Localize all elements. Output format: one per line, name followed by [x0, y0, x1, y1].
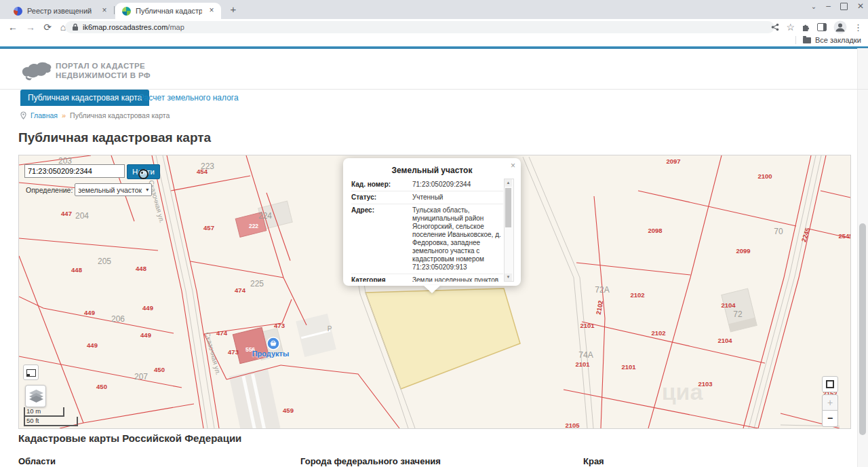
popup-row: Статус:Учтенный: [351, 191, 503, 204]
minimize-button[interactable]: –: [826, 1, 831, 11]
nav-tab-land-tax[interactable]: Расчет земельного налога: [139, 93, 239, 102]
popup-content: Кад. номер:71:23:050209:2344Статус:Учтен…: [351, 179, 514, 282]
map-label: 2105: [565, 422, 579, 429]
popup-row: Кад. номер:71:23:050209:2344: [351, 179, 503, 191]
all-bookmarks[interactable]: Все закладки: [795, 36, 861, 44]
window-controls: ⌄ – ✕: [811, 1, 864, 11]
map-label: 2101: [575, 360, 589, 368]
breadcrumb: Главная » Публичная кадастровая карта: [20, 111, 170, 119]
map-label: 70: [774, 227, 783, 236]
browser-tab-cadastre[interactable]: Публичная кадастровая ка ×: [115, 3, 221, 19]
menu-kebab-icon[interactable]: ⋮: [854, 22, 863, 33]
popup-row-label: Адрес:: [351, 206, 408, 272]
tab-favicon: [14, 7, 22, 16]
map-label: 450: [96, 383, 107, 390]
site-logo-text: ПОРТАЛ О КАДАСТРЕ НЕДВИЖИМОСТИ В РФ: [56, 61, 151, 80]
object-type-select[interactable]: земельный участок ▾: [75, 183, 152, 196]
browser-tab-registry[interactable]: Реестр извещений ×: [7, 3, 114, 19]
map-label: 204: [75, 211, 89, 221]
scroll-down-icon[interactable]: ▼: [505, 274, 512, 281]
nav-tab-public-map[interactable]: Публичная кадастровая карта: [20, 90, 149, 106]
scrollbar-thumb[interactable]: [859, 223, 866, 435]
filter-label: Определение:: [26, 186, 73, 194]
map-label: 2102: [630, 291, 644, 299]
map-label: 2104: [717, 337, 732, 344]
lock-icon: [72, 23, 79, 31]
tab-close-icon[interactable]: ×: [206, 5, 217, 16]
map-label: 474: [216, 329, 227, 337]
map-label: 72А: [595, 285, 609, 295]
side-panel-icon[interactable]: [817, 23, 827, 31]
popup-scroll-thumb[interactable]: [505, 188, 511, 227]
map-label: 447: [61, 210, 72, 217]
footer-col-federal-cities[interactable]: Города федерального значения: [300, 456, 441, 466]
chevron-down-icon: ▾: [146, 187, 149, 193]
footer-col-regions[interactable]: Области: [18, 456, 56, 466]
map-label: 224: [258, 211, 272, 221]
shop-poi-icon[interactable]: [267, 337, 280, 350]
zoom-out-button[interactable]: −: [822, 411, 838, 427]
scroll-up-icon[interactable]: ▲: [505, 179, 512, 187]
breadcrumb-home-link[interactable]: Главная: [31, 111, 58, 119]
browser-toolbar: ← → ⟳ ⌂ ik6map.roscadastres.com/map ☆ ⋮: [0, 19, 868, 35]
map-label: 448: [136, 265, 146, 272]
tab-favicon: [122, 7, 131, 16]
fullscreen-icon: [826, 380, 834, 388]
map-label: 207: [134, 372, 148, 381]
popup-row-value: Учтенный: [408, 193, 503, 202]
map-label: 2101: [621, 363, 635, 371]
map-label: 474: [235, 286, 245, 294]
back-button[interactable]: ←: [7, 21, 19, 33]
map-label: 222: [249, 223, 258, 229]
search-input[interactable]: [24, 164, 125, 178]
footer-col-krais[interactable]: Края: [583, 456, 604, 466]
profile-avatar[interactable]: [833, 20, 847, 34]
map-label: 450: [154, 366, 165, 373]
layers-button[interactable]: [25, 385, 46, 407]
all-bookmarks-label: Все закладки: [815, 36, 861, 44]
popup-row-value: Земли населенных пунктов: [408, 276, 503, 282]
page-scrollbar[interactable]: [857, 48, 868, 467]
map-label: 2098: [648, 227, 662, 234]
overview-map-button[interactable]: [23, 365, 39, 380]
extensions-puzzle-icon[interactable]: [802, 23, 810, 32]
map-label: 459: [283, 407, 294, 414]
cadastral-map[interactable]: 4474484484494494494494504504544574734734…: [18, 155, 851, 429]
logo-line1: ПОРТАЛ О КАДАСТРЕ: [56, 61, 151, 71]
map-label: 448: [71, 266, 82, 274]
tab-close-icon[interactable]: ×: [99, 5, 110, 16]
url-path: /map: [167, 23, 184, 31]
forward-button[interactable]: →: [24, 21, 37, 33]
mouse-cursor: [138, 169, 149, 179]
site-nav: Публичная кадастровая карта Расчет земел…: [0, 89, 868, 106]
zoom-in-button[interactable]: +: [822, 394, 838, 411]
map-label: 74А: [578, 350, 593, 360]
folder-icon: [803, 37, 811, 43]
scale-meters: 10 m: [24, 407, 64, 417]
new-tab-button[interactable]: +: [228, 4, 239, 15]
close-window-button[interactable]: ✕: [857, 1, 864, 11]
fullscreen-button[interactable]: [822, 376, 838, 392]
pin-icon: [20, 111, 26, 119]
overview-icon: [26, 369, 36, 377]
map-scale: 10 m 50 ft: [24, 407, 78, 426]
share-icon[interactable]: [771, 23, 779, 31]
url-domain: ik6map.roscadastres.com: [83, 23, 167, 31]
popup-close-icon[interactable]: ×: [511, 161, 515, 170]
address-bar[interactable]: ik6map.roscadastres.com/map: [65, 21, 774, 33]
footer-title: Кадастровые карты Российской Федерации: [18, 432, 241, 444]
map-label: 449: [140, 331, 151, 339]
restore-button[interactable]: [840, 3, 848, 10]
scale-feet: 50 ft: [24, 417, 78, 426]
url-text: ik6map.roscadastres.com/map: [83, 23, 184, 31]
popup-row-label: Статус:: [351, 193, 408, 202]
selected-parcel[interactable]: [366, 288, 520, 389]
map-label: 225: [250, 279, 264, 288]
bookmark-star-icon[interactable]: ☆: [786, 22, 795, 32]
site-logo: [20, 58, 53, 85]
tab-search-chevron-icon[interactable]: ⌄: [811, 3, 816, 10]
popup-scrollbar[interactable]: ▲ ▼: [504, 179, 514, 282]
reload-button[interactable]: ⟳: [41, 21, 54, 33]
popup-row-value: Тульская область, муниципальный район Яс…: [408, 206, 503, 272]
map-label: 2097: [666, 157, 680, 165]
